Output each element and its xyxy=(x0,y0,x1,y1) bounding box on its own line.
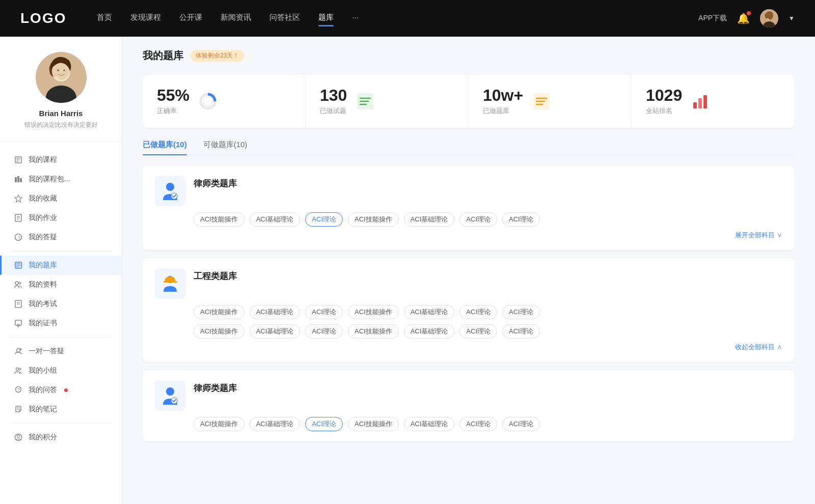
tag-2r2-0[interactable]: ACI技能操作 xyxy=(194,324,244,339)
stat-questions-value: 130 xyxy=(320,87,347,103)
tag-1-5[interactable]: ACI理论 xyxy=(459,212,497,227)
sidebar-label-my-exam: 我的考试 xyxy=(29,299,57,309)
stat-accuracy: 55% 正确率 xyxy=(143,75,306,128)
qbank-tags-1: ACI技能操作 ACI基础理论 ACI理论 ACI技能操作 ACI基础理论 AC… xyxy=(194,212,782,227)
user-dropdown-arrow[interactable]: ▼ xyxy=(789,15,795,22)
tutoring-icon: ? xyxy=(14,347,22,355)
tag-3-6[interactable]: ACI理论 xyxy=(502,417,540,431)
tag-1-3[interactable]: ACI技能操作 xyxy=(348,212,399,227)
sidebar-profile: Brian Harris 错误的决定比没有决定要好 xyxy=(0,52,122,142)
notification-bell[interactable]: 🔔 xyxy=(737,12,750,24)
sidebar-label-tutoring: 一对一答疑 xyxy=(29,347,64,356)
sidebar-label-favorites: 我的收藏 xyxy=(29,194,57,203)
sidebar-item-my-notes[interactable]: 我的笔记 xyxy=(0,400,122,419)
tag-2-5[interactable]: ACI理论 xyxy=(459,305,497,319)
sidebar-item-my-questions[interactable]: ? 我的问答 xyxy=(0,380,122,400)
sidebar-item-my-data[interactable]: 我的资料 xyxy=(0,275,122,294)
stat-rank-value: 1029 xyxy=(646,87,682,103)
tag-2r2-4[interactable]: ACI基础理论 xyxy=(404,324,455,339)
tag-2-1[interactable]: ACI基础理论 xyxy=(250,305,301,319)
svg-point-8 xyxy=(63,70,65,71)
tag-1-4[interactable]: ACI基础理论 xyxy=(404,212,455,227)
questions-icon: ? xyxy=(14,386,22,394)
avatar[interactable] xyxy=(760,9,778,27)
tag-3-0[interactable]: ACI技能操作 xyxy=(194,417,244,431)
sidebar-item-my-qbank[interactable]: 我的题库 xyxy=(0,256,122,275)
sidebar-item-homework[interactable]: 我的作业 xyxy=(0,208,122,228)
sidebar-item-my-cert[interactable]: 我的证书 xyxy=(0,314,122,333)
tag-1-1[interactable]: ACI基础理论 xyxy=(250,212,301,227)
nav-qa[interactable]: 问答社区 xyxy=(269,13,300,24)
tag-2-6[interactable]: ACI理论 xyxy=(502,305,540,319)
tag-1-2[interactable]: ACI理论 xyxy=(305,212,343,227)
svg-point-35 xyxy=(17,349,20,352)
svg-rect-58 xyxy=(698,98,702,108)
tag-3-5[interactable]: ACI理论 xyxy=(459,417,497,431)
sidebar-item-my-exam[interactable]: 我的考试 xyxy=(0,294,122,314)
trial-badge: 体验剩余23天！ xyxy=(191,50,244,62)
tag-2r2-6[interactable]: ACI理论 xyxy=(502,324,540,339)
sidebar-label-qa: 我的答疑 xyxy=(29,233,57,242)
tag-1-6[interactable]: ACI理论 xyxy=(502,212,540,227)
qbank-tags-2-row2: ACI技能操作 ACI基础理论 ACI理论 ACI技能操作 ACI基础理论 AC… xyxy=(194,324,782,339)
qbank-title-3: 律师类题库 xyxy=(194,380,237,394)
stat-accuracy-text: 55% 正确率 xyxy=(157,87,189,116)
sidebar-item-qa[interactable]: ? 我的答疑 xyxy=(0,228,122,247)
nav-more[interactable]: ··· xyxy=(352,13,359,24)
tag-1-0[interactable]: ACI技能操作 xyxy=(194,212,244,227)
sidebar-item-favorites[interactable]: 我的收藏 xyxy=(0,189,122,208)
app-download-link[interactable]: APP下载 xyxy=(698,14,727,23)
stat-accuracy-label: 正确率 xyxy=(157,106,189,116)
svg-rect-63 xyxy=(164,281,177,283)
tag-2-2[interactable]: ACI理论 xyxy=(305,305,343,319)
tag-3-2[interactable]: ACI理论 xyxy=(305,417,343,431)
tag-2r2-2[interactable]: ACI理论 xyxy=(305,324,343,339)
stat-questions-text: 130 已做试题 xyxy=(320,87,347,116)
tag-3-4[interactable]: ACI基础理论 xyxy=(404,417,455,431)
notification-dot xyxy=(747,11,751,15)
cert-icon xyxy=(14,319,22,327)
list-green-icon xyxy=(355,91,375,111)
collapse-link-2[interactable]: 收起全部科目 ∧ xyxy=(735,343,782,352)
nav-news[interactable]: 新闻资讯 xyxy=(221,13,251,24)
group-icon xyxy=(14,367,22,375)
stat-rank-text: 1029 全站排名 xyxy=(646,87,682,116)
sidebar-item-my-courses[interactable]: 我的课程 xyxy=(0,150,122,170)
list-orange-icon xyxy=(531,91,552,111)
nav-qbank[interactable]: 题库 xyxy=(318,13,334,24)
svg-point-38 xyxy=(16,368,19,371)
nav-open-course[interactable]: 公开课 xyxy=(179,13,202,24)
nav-home[interactable]: 首页 xyxy=(97,13,112,24)
sidebar-item-my-points[interactable]: 我的积分 xyxy=(0,428,122,447)
stats-row: 55% 正确率 130 已做试题 xyxy=(143,75,795,128)
qbank-engineer-icon xyxy=(155,268,185,299)
tag-2r2-3[interactable]: ACI技能操作 xyxy=(348,324,399,339)
expand-link-1[interactable]: 展开全部科目 ∨ xyxy=(735,231,782,240)
tag-2-0[interactable]: ACI技能操作 xyxy=(194,305,244,319)
tag-2r2-5[interactable]: ACI理论 xyxy=(459,324,497,339)
tag-2r2-1[interactable]: ACI基础理论 xyxy=(250,324,301,339)
tag-3-1[interactable]: ACI基础理论 xyxy=(250,417,301,431)
tag-3-3[interactable]: ACI技能操作 xyxy=(348,417,399,431)
sidebar-label-my-points: 我的积分 xyxy=(29,433,57,442)
tag-2-3[interactable]: ACI技能操作 xyxy=(348,305,399,319)
tag-2-4[interactable]: ACI基础理论 xyxy=(404,305,455,319)
sidebar-item-course-package[interactable]: 我的课程包... xyxy=(0,170,122,189)
qbank-lawyer-icon-2 xyxy=(155,380,185,411)
sidebar-item-my-group[interactable]: 我的小组 xyxy=(0,361,122,380)
tab-todo[interactable]: 可做题库(10) xyxy=(203,140,248,155)
sidebar-label-my-courses: 我的课程 xyxy=(29,155,57,164)
sidebar: Brian Harris 错误的决定比没有决定要好 我的课程 我的课程包... xyxy=(0,37,122,504)
svg-rect-14 xyxy=(17,176,19,182)
qbank-card-lawyer-1: 律师类题库 ACI技能操作 ACI基础理论 ACI理论 ACI技能操作 ACI基… xyxy=(143,165,795,250)
sidebar-label-my-notes: 我的笔记 xyxy=(29,405,57,414)
logo: LOGO xyxy=(20,10,66,26)
page-container: Brian Harris 错误的决定比没有决定要好 我的课程 我的课程包... xyxy=(0,37,815,504)
stat-banks-text: 10w+ 已做题库 xyxy=(483,87,523,116)
tab-done[interactable]: 已做题库(10) xyxy=(143,140,187,155)
sidebar-item-tutoring[interactable]: ? 一对一答疑 xyxy=(0,342,122,361)
qbank-footer-2: 收起全部科目 ∧ xyxy=(155,343,782,352)
nav-discover[interactable]: 发现课程 xyxy=(130,13,161,24)
points-icon xyxy=(14,433,22,441)
sidebar-label-my-cert: 我的证书 xyxy=(29,319,57,328)
